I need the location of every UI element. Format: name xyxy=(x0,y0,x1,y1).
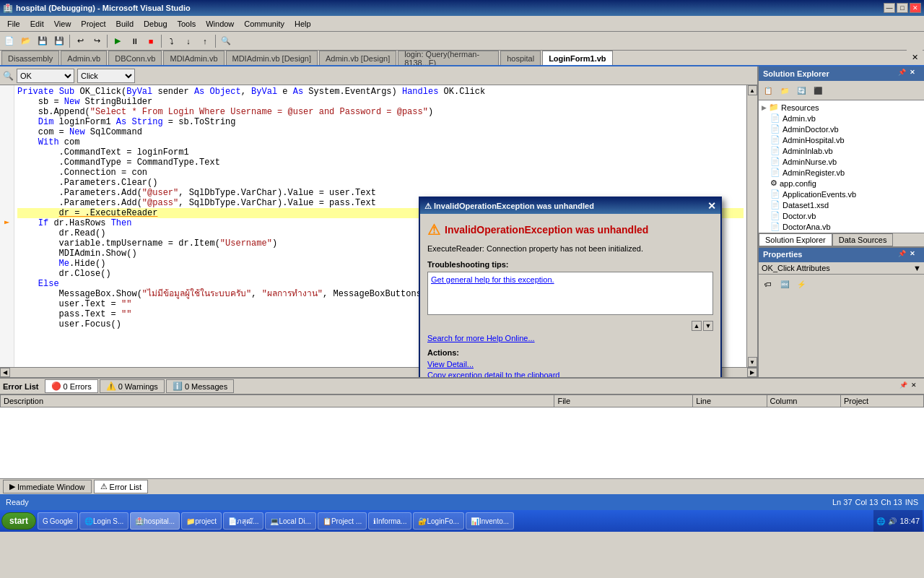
minimize-button[interactable]: — xyxy=(884,3,895,13)
show-all-files-button[interactable]: 📁 xyxy=(777,82,793,98)
maximize-button[interactable]: □ xyxy=(897,3,908,13)
undo-button[interactable]: ↩ xyxy=(72,33,88,49)
tree-item-admindoctor[interactable]: 📄 AdminDoctor.vb xyxy=(760,124,923,134)
tab-error-list[interactable]: ⚠ Error List xyxy=(94,480,149,493)
tree-item-dataset[interactable]: 📄 Dataset1.xsd xyxy=(760,199,923,210)
window-controls[interactable]: — □ ✕ xyxy=(884,3,921,13)
sol-exp-collapse-button[interactable]: ⬛ xyxy=(810,82,826,98)
tab-hospital[interactable]: hospital xyxy=(500,51,541,65)
sol-exp-close-button[interactable]: ✕ xyxy=(910,69,920,79)
tab-login-query[interactable]: login: Query(herman-8138...F) xyxy=(398,51,499,65)
pause-button[interactable]: ⏸ xyxy=(126,33,142,49)
tree-item-adminhospital[interactable]: 📄 AdminHospital.vb xyxy=(760,134,923,145)
tab-mdiadmin[interactable]: MDIAdmin.vb xyxy=(163,51,224,65)
menu-file[interactable]: File xyxy=(3,18,25,30)
tab-warnings[interactable]: ⚠️ 0 Warnings xyxy=(100,379,165,393)
taskbar-invento[interactable]: 📊 Invento... xyxy=(466,512,514,530)
col-file[interactable]: File xyxy=(554,395,693,407)
menu-view[interactable]: View xyxy=(50,18,76,30)
tab-mdiadmin-design[interactable]: MDIAdmin.vb [Design] xyxy=(226,51,318,65)
sol-exp-header-controls: 📌 ✕ xyxy=(898,69,920,79)
taskbar-project[interactable]: 📁 project xyxy=(181,512,222,530)
sol-exp-pin-button[interactable]: 📌 xyxy=(898,69,908,79)
tree-item-adminnurse[interactable]: 📄 AdminNurse.vb xyxy=(760,156,923,167)
menu-tools[interactable]: Tools xyxy=(173,18,201,30)
props-alpha-button[interactable]: 🔤 xyxy=(777,276,793,292)
tab-data-sources[interactable]: Data Sources xyxy=(832,233,894,246)
save-button[interactable]: 💾 xyxy=(35,33,51,49)
menu-build[interactable]: Build xyxy=(112,18,138,30)
method-dropdown[interactable]: Click xyxy=(77,69,135,83)
tree-item-appevents[interactable]: 📄 ApplicationEvents.vb xyxy=(760,189,923,199)
menu-community[interactable]: Community xyxy=(240,18,289,30)
stop-button[interactable]: ■ xyxy=(143,33,159,49)
tab-errors[interactable]: 🔴 0 Errors xyxy=(45,379,98,393)
col-column[interactable]: Column xyxy=(767,395,840,407)
view-detail-link[interactable]: View Detail... xyxy=(427,360,713,368)
find-button[interactable]: 🔍 xyxy=(218,33,234,49)
tab-close-icon[interactable]: ✕ xyxy=(907,49,923,65)
props-close-button[interactable]: ✕ xyxy=(910,250,920,260)
tree-item-admin[interactable]: 📄 Admin.vb xyxy=(760,113,923,124)
open-button[interactable]: 📂 xyxy=(18,33,34,49)
tab-admin-design[interactable]: Admin.vb [Design] xyxy=(319,51,396,65)
vertical-scrollbar[interactable]: ▲ ▼ xyxy=(746,85,757,367)
redo-button[interactable]: ↪ xyxy=(89,33,105,49)
tab-messages[interactable]: ℹ️ 0 Messages xyxy=(166,379,234,393)
properties-object-dropdown[interactable]: OK_Click Attributes ▼ xyxy=(759,262,924,275)
menu-debug[interactable]: Debug xyxy=(139,18,171,30)
col-description[interactable]: Description xyxy=(1,395,554,407)
taskbar-local-di[interactable]: 💻 Local Di... xyxy=(265,512,315,530)
taskbar-ภ[interactable]: 📄 ภสุฒ๊... xyxy=(223,512,263,530)
tab-disassembly[interactable]: Disassembly xyxy=(1,51,59,65)
menu-window[interactable]: Window xyxy=(201,18,238,30)
properties-button[interactable]: 📋 xyxy=(760,82,776,98)
refresh-button[interactable]: 🔄 xyxy=(793,82,809,98)
tree-item-admininlab[interactable]: 📄 AdminInlab.vb xyxy=(760,145,923,156)
tab-loginform1[interactable]: LoginForm1.vb xyxy=(542,51,612,65)
step-over-button[interactable]: ⤵ xyxy=(164,33,180,49)
tree-item-appconfig[interactable]: ⚙ app.config xyxy=(760,178,923,189)
tree-item-adminregister[interactable]: 📄 AdminRegister.vb xyxy=(760,167,923,178)
google-icon: G xyxy=(43,517,48,525)
taskbar-google[interactable]: G Google xyxy=(38,512,78,530)
menu-project[interactable]: Project xyxy=(77,18,110,30)
error-list-tab-icon: ⚠ xyxy=(100,482,108,491)
exception-tips[interactable]: Get general help for this exception. xyxy=(427,272,713,315)
tab-immediate-window[interactable]: ▶ Immediate Window xyxy=(3,480,92,493)
tree-item-doctarana[interactable]: 📄 DoctorAna.vb xyxy=(760,221,923,232)
step-out-button[interactable]: ↑ xyxy=(197,33,213,49)
scope-dropdown[interactable]: OK xyxy=(17,69,74,83)
menu-help[interactable]: Help xyxy=(290,18,315,30)
tree-item-resources[interactable]: ▶ 📁 Resources xyxy=(760,102,923,113)
tree-item-doctor[interactable]: 📄 Doctor.vb xyxy=(760,210,923,221)
start-button[interactable]: start xyxy=(1,512,36,530)
tab-dbconn[interactable]: DBConn.vb xyxy=(108,51,162,65)
error-list-pin-button[interactable]: 📌 xyxy=(899,381,910,392)
props-category-button[interactable]: 🏷 xyxy=(760,276,776,292)
general-help-link[interactable]: Get general help for this exception. xyxy=(431,275,554,284)
copy-exception-link[interactable]: Copy exception detail to the clipboard xyxy=(427,371,713,377)
tab-admin[interactable]: Admin.vb xyxy=(61,51,107,65)
taskbar-informa[interactable]: ℹ Informa... xyxy=(368,512,411,530)
error-list-close-button[interactable]: ✕ xyxy=(911,381,921,392)
save-all-button[interactable]: 💾 xyxy=(51,33,67,49)
sep2 xyxy=(107,35,108,48)
menu-edit[interactable]: Edit xyxy=(26,18,48,30)
col-line[interactable]: Line xyxy=(693,395,767,407)
start-button[interactable]: ▶ xyxy=(110,33,126,49)
close-button[interactable]: ✕ xyxy=(910,3,921,13)
props-pin-button[interactable]: 📌 xyxy=(898,250,908,260)
taskbar-login-s[interactable]: 🌐 Login S... xyxy=(79,512,128,530)
col-project[interactable]: Project xyxy=(840,395,923,407)
sol-exp-bottom-tabs: Solution Explorer Data Sources xyxy=(759,233,924,247)
new-project-button[interactable]: 📄 xyxy=(1,33,17,49)
taskbar-hospital[interactable]: 🏥 hospital... xyxy=(130,512,180,530)
props-event-button[interactable]: ⚡ xyxy=(793,276,809,292)
step-into-button[interactable]: ↓ xyxy=(180,33,196,49)
taskbar-project2[interactable]: 📋 Project ... xyxy=(318,512,367,530)
tab-solution-explorer[interactable]: Solution Explorer xyxy=(759,233,832,246)
exception-close-button[interactable]: ✕ xyxy=(707,200,716,212)
search-help-link[interactable]: Search for more Help Online... xyxy=(427,334,713,342)
taskbar-loginform[interactable]: 🔐 LoginFo... xyxy=(413,512,463,530)
